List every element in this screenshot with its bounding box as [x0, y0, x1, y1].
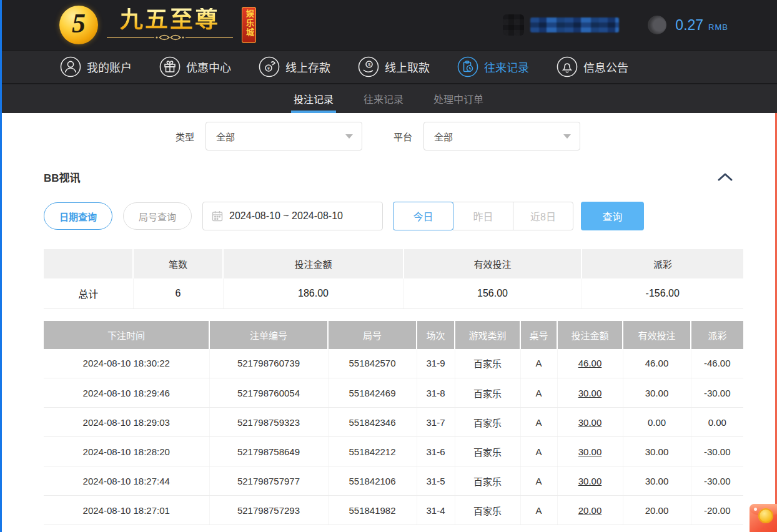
search-button[interactable]: 查询 — [581, 202, 644, 230]
summary-header-count: 笔数 — [133, 249, 223, 278]
last-8-days-button[interactable]: 近8日 — [513, 202, 573, 230]
cell-valid-bet: 30.00 — [623, 378, 691, 408]
cell-table-no: A — [520, 437, 557, 466]
cell-bet-amount[interactable]: 30.00 — [557, 437, 623, 466]
tab-pending-orders[interactable]: 处理中订单 — [432, 84, 485, 113]
header-payout: 派彩 — [691, 321, 743, 349]
cell-payout: -30.00 — [691, 437, 743, 466]
cell-bet-time: 2024-08-10 18:29:03 — [44, 408, 209, 437]
type-select[interactable]: 全部 — [205, 122, 362, 150]
bet-table-header-row: 下注时间 注单编号 局号 场次 游戏类别 桌号 投注金额 有效投注 派彩 — [44, 321, 743, 349]
bet-table-body: 2024-08-10 18:30:22521798760739551842570… — [44, 349, 743, 525]
cell-table-no: A — [520, 378, 557, 408]
nav-item-announcements[interactable]: 信息公告 — [557, 56, 628, 77]
header-bet-time: 下注时间 — [44, 321, 209, 349]
date-range-picker[interactable]: 2024-08-10 ~ 2024-08-10 — [202, 202, 383, 230]
cell-table-no: A — [520, 496, 557, 525]
cell-session: 31-5 — [417, 466, 455, 496]
header-order-no: 注单编号 — [209, 321, 328, 349]
records-icon — [457, 56, 478, 77]
nav-item-promotions[interactable]: 优惠中心 — [159, 56, 231, 77]
summary-bet-amount: 186.00 — [223, 278, 403, 308]
cell-session: 31-6 — [417, 437, 455, 466]
cell-payout: -30.00 — [691, 466, 743, 496]
query-toolbar: 日期查询 局号查询 2024-08-10 ~ 2024-08-10 今日 昨日 … — [44, 202, 733, 230]
top-header: 5 九五至尊 娱乐城 0.27 RMB — [0, 0, 777, 50]
cell-game-type: 百家乐 — [455, 378, 520, 408]
logo-flourish-ornament — [104, 33, 235, 42]
cell-valid-bet: 30.00 — [623, 437, 691, 466]
window-edge-left — [0, 0, 2, 532]
cell-bet-amount[interactable]: 30.00 — [557, 466, 623, 496]
cell-order-no: 521798757977 — [209, 466, 328, 496]
collapse-section-button[interactable] — [717, 172, 733, 182]
cell-bet-time: 2024-08-10 18:29:46 — [44, 378, 209, 408]
cell-bet-time: 2024-08-10 18:28:20 — [44, 437, 209, 466]
table-row: 2024-08-10 18:29:46521798760054551842469… — [44, 378, 743, 408]
cell-payout: 0.00 — [691, 408, 743, 437]
cell-order-no: 521798760739 — [209, 349, 328, 378]
cell-session: 31-7 — [417, 408, 455, 437]
chevron-up-icon — [717, 172, 733, 182]
tab-transaction-records[interactable]: 往来记录 — [362, 84, 405, 113]
cell-bet-time: 2024-08-10 18:27:01 — [44, 496, 209, 525]
yesterday-button[interactable]: 昨日 — [453, 202, 513, 230]
nav-item-my-account[interactable]: 我的账户 — [60, 56, 132, 77]
cell-order-no: 521798759323 — [209, 408, 328, 437]
summary-header-payout: 派彩 — [582, 249, 743, 278]
table-row: 2024-08-10 18:29:03521798759323551842346… — [44, 408, 743, 437]
caret-down-icon — [345, 134, 353, 139]
header-session: 场次 — [417, 321, 455, 349]
section-header: BB视讯 — [44, 169, 733, 184]
coin-icon-censored — [648, 16, 666, 34]
quick-date-group: 今日 昨日 近8日 — [393, 202, 573, 230]
table-row: 2024-08-10 18:27:44521798757977551842106… — [44, 466, 743, 496]
cell-game-type: 百家乐 — [455, 496, 520, 525]
cell-bet-amount[interactable]: 30.00 — [557, 408, 623, 437]
cell-session: 31-4 — [417, 496, 455, 525]
platform-select[interactable]: 全部 — [423, 122, 580, 150]
username-censored[interactable] — [530, 17, 619, 32]
balance-currency: RMB — [708, 19, 728, 32]
summary-total-row: 总计 6 186.00 156.00 -156.00 — [44, 278, 743, 308]
cell-table-no: A — [520, 408, 557, 437]
round-query-button[interactable]: 局号查询 — [123, 202, 192, 230]
deposit-icon: ¥ — [259, 56, 280, 77]
summary-total-label: 总计 — [44, 278, 133, 308]
nav-item-withdraw[interactable]: $ 线上取款 — [358, 56, 430, 77]
summary-header-bet-amount: 投注金额 — [223, 249, 403, 278]
cell-order-no: 521798758649 — [209, 437, 328, 466]
date-query-button[interactable]: 日期查询 — [44, 202, 112, 230]
nav-item-transaction-records[interactable]: 往来记录 — [457, 56, 529, 77]
user-avatar-censored[interactable] — [503, 14, 524, 36]
red-envelope-widget[interactable] — [750, 504, 777, 532]
record-tabs: 投注记录 往来记录 处理中订单 — [0, 83, 777, 113]
nav-item-deposit[interactable]: ¥ 线上存款 — [259, 56, 330, 77]
cell-bet-time: 2024-08-10 18:30:22 — [44, 349, 209, 378]
platform-filter-label: 平台 — [393, 130, 412, 143]
today-button[interactable]: 今日 — [393, 202, 453, 230]
summary-count: 6 — [133, 278, 223, 308]
cell-session: 31-8 — [417, 378, 455, 408]
cell-bet-amount[interactable]: 46.00 — [557, 349, 623, 378]
cell-bet-amount[interactable]: 20.00 — [557, 496, 623, 525]
cell-bet-time: 2024-08-10 18:27:44 — [44, 466, 209, 496]
balance-amount[interactable]: 0.27 — [675, 17, 703, 34]
withdraw-icon: $ — [358, 56, 379, 77]
cell-round-no: 551842346 — [328, 408, 417, 437]
cell-table-no: A — [520, 349, 557, 378]
cell-payout: -30.00 — [691, 378, 743, 408]
gold-coin-icon — [758, 508, 773, 523]
user-area: 0.27 RMB — [503, 14, 728, 36]
cell-bet-amount[interactable]: 30.00 — [557, 378, 623, 408]
calendar-icon — [212, 210, 223, 222]
caret-down-icon — [563, 134, 571, 139]
cell-game-type: 百家乐 — [455, 466, 520, 496]
summary-valid-bet: 156.00 — [403, 278, 582, 308]
site-logo[interactable]: 5 九五至尊 娱乐城 — [59, 6, 256, 44]
content: 类型 全部 平台 全部 BB视讯 日期查询 局号查询 2024-08-10 ~ … — [0, 122, 777, 525]
cell-game-type: 百家乐 — [455, 349, 520, 378]
cell-valid-bet: 30.00 — [623, 466, 691, 496]
header-round-no: 局号 — [328, 321, 417, 349]
tab-bet-records[interactable]: 投注记录 — [292, 84, 335, 113]
